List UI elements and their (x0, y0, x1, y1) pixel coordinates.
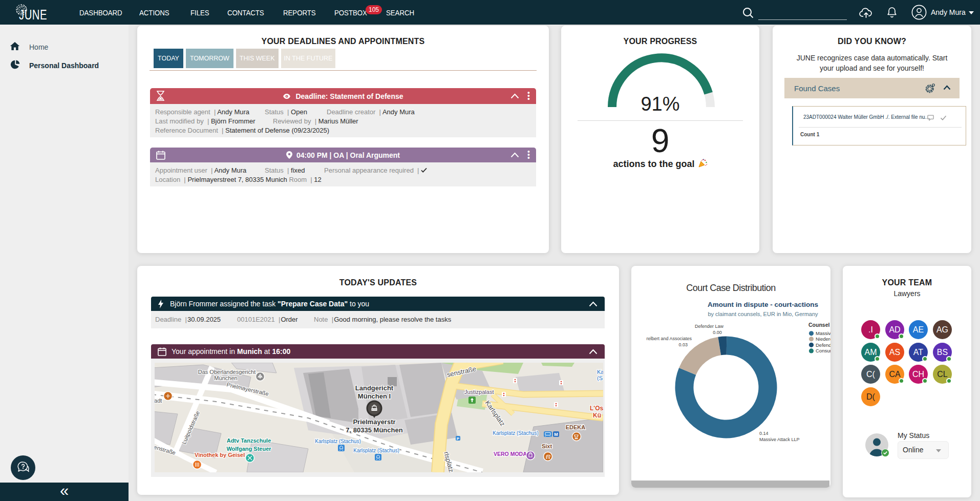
svg-text:Das Oberlandesgericht: Das Oberlandesgericht (198, 369, 256, 375)
svg-text:Massive Att: Massive Att (816, 330, 830, 336)
svg-text:M: M (554, 432, 558, 437)
svg-text:tadt: tadt (155, 398, 162, 404)
svg-text:(S: (S (597, 375, 603, 381)
svg-text:0.03: 0.03 (678, 342, 688, 347)
svg-text:Massive Attack LLP: Massive Attack LLP (759, 437, 800, 442)
svg-text:relbert and Associates: relbert and Associates (646, 336, 692, 341)
svg-text:EDEKA: EDEKA (566, 424, 586, 430)
svg-text:Vinothek by Geisel: Vinothek by Geisel (195, 452, 245, 458)
svg-text:Prielmayerstr: Prielmayerstr (353, 418, 395, 426)
svg-text:Counsel: Counsel (808, 322, 830, 328)
svg-text:Justizpalast: Justizpalast (464, 389, 494, 395)
svg-text:Consumer P: Consumer P (816, 348, 830, 353)
svg-text:Defender Law: Defender Law (695, 324, 724, 329)
svg-text:Karlsplatz (Stachus): Karlsplatz (Stachus) (315, 439, 360, 444)
svg-text:Landgericht: Landgericht (355, 384, 394, 392)
svg-text:0.14: 0.14 (759, 431, 769, 436)
svg-text:Adtv Tanzschule: Adtv Tanzschule (227, 437, 271, 444)
svg-text:Sixt: Sixt (542, 443, 552, 449)
svg-text:0.00: 0.00 (713, 330, 722, 335)
svg-text:München: München (214, 375, 237, 381)
svg-text:Kü: Kü (593, 412, 601, 419)
svg-text:Niedererste: Niedererste (816, 336, 830, 342)
svg-text:L'Ost: L'Ost (590, 405, 603, 412)
svg-text:VERO MODA: VERO MODA (494, 451, 527, 457)
svg-text:Defender La: Defender La (816, 342, 830, 348)
svg-text:München I: München I (358, 392, 391, 400)
svg-text:Karlsplatz (Stachus): Karlsplatz (Stachus) (353, 448, 399, 453)
svg-text:7, 80335 München: 7, 80335 München (346, 426, 402, 434)
svg-text:Wolfgang Steuer: Wolfgang Steuer (226, 446, 271, 452)
svg-text:Karlsplatz (Stachus): Karlsplatz (Stachus) (493, 430, 538, 436)
svg-text:P: P (457, 436, 460, 441)
svg-text:Ka: Ka (597, 369, 603, 375)
